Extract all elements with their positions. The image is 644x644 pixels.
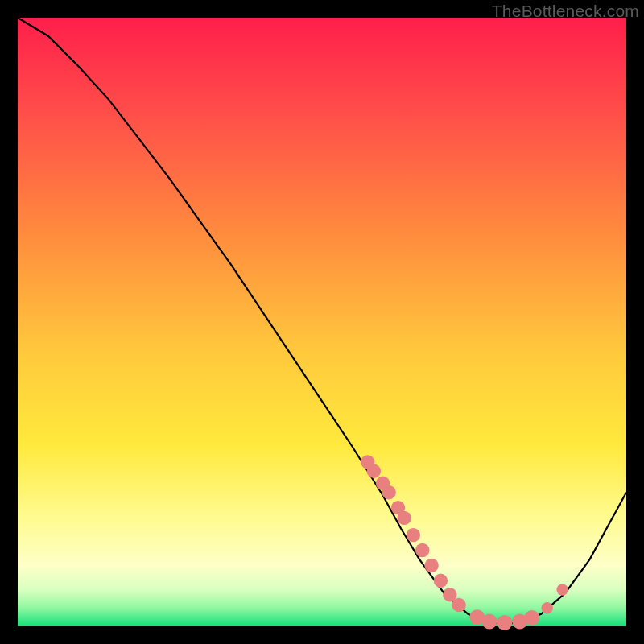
marker-dot <box>434 574 448 588</box>
marker-dot <box>452 598 465 612</box>
marker-dot <box>397 511 411 525</box>
marker-dot <box>367 464 381 478</box>
marker-dot <box>524 610 539 625</box>
bottleneck-curve <box>18 18 626 623</box>
marker-dot <box>542 602 553 613</box>
marker-dot <box>382 485 396 499</box>
watermark-text: TheBottleneck.com <box>492 2 639 21</box>
marker-dot <box>556 584 568 595</box>
chart-stage: TheBottleneck.com <box>0 0 644 644</box>
marker-dot <box>481 614 497 630</box>
marker-layer <box>361 455 568 630</box>
marker-dot <box>407 528 420 542</box>
marker-dot <box>497 615 512 630</box>
chart-svg <box>18 18 626 626</box>
marker-dot <box>424 559 438 572</box>
plot-area <box>18 18 626 626</box>
marker-dot <box>415 543 429 557</box>
